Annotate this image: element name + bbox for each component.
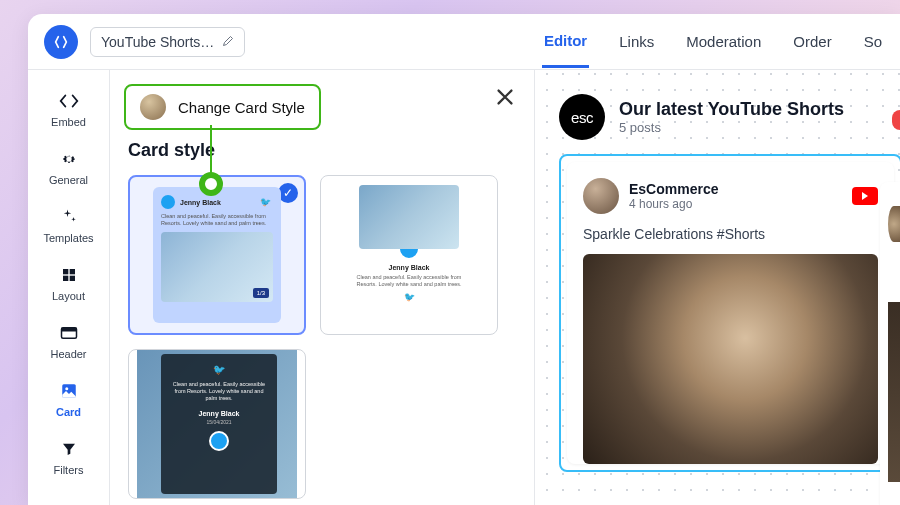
preview-card-next[interactable] — [880, 182, 900, 505]
panel-title: Card style — [128, 140, 516, 161]
preview-card-selected[interactable]: EsCommerce 4 hours ago Sparkle Celebrati… — [559, 154, 900, 472]
mock-date: 15/04/2021 — [206, 419, 231, 425]
tab-editor[interactable]: Editor — [542, 16, 589, 68]
card-timestamp: 4 hours ago — [629, 197, 719, 211]
svg-rect-1 — [69, 269, 74, 274]
mock-text: Clean and peaceful. Easily accessible fr… — [341, 274, 477, 288]
left-sidebar: Embed General Templates Layout Header Ca… — [28, 70, 110, 505]
card-caption: Sparkle Celebrations #Shorts — [583, 226, 878, 242]
header-icon — [58, 322, 80, 344]
image-count-badge: 1/3 — [253, 288, 269, 298]
preview-card: EsCommerce 4 hours ago Sparkle Celebrati… — [567, 162, 894, 464]
card-style-option-3[interactable]: 🐦 Clean and peaceful. Easily accessible … — [128, 349, 306, 499]
main-area: Embed General Templates Layout Header Ca… — [28, 70, 900, 505]
tab-more[interactable]: So — [862, 17, 884, 66]
top-tabs: Editor Links Moderation Order So — [542, 16, 884, 68]
panel-body: Card style ✓ 🐦 Jenny Black Clean and pea… — [110, 70, 534, 499]
sidebar-item-label: General — [49, 174, 88, 186]
tab-links[interactable]: Links — [617, 17, 656, 66]
preview-pane: esc Our latest YouTube Shorts 5 posts Es… — [535, 70, 900, 505]
sidebar-item-label: Layout — [52, 290, 85, 302]
card-media[interactable] — [583, 254, 878, 464]
app-window: YouTube Shorts… Editor Links Moderation … — [28, 14, 900, 505]
sidebar-item-filters[interactable]: Filters — [28, 430, 109, 484]
tab-order[interactable]: Order — [791, 17, 833, 66]
layout-icon — [58, 264, 80, 286]
mock-name: Jenny Black — [389, 264, 430, 271]
youtube-icon — [852, 187, 878, 205]
mock-image — [359, 185, 459, 249]
svg-rect-5 — [61, 328, 76, 332]
preview-title: Our latest YouTube Shorts — [619, 99, 844, 120]
svg-rect-0 — [63, 269, 68, 274]
card-media — [888, 302, 900, 482]
card-username: EsCommerce — [629, 181, 719, 197]
editor-panel: Change Card Style Card style ✓ 🐦 — [110, 70, 535, 505]
sidebar-item-templates[interactable]: Templates — [28, 198, 109, 252]
mock-image: 1/3 — [161, 232, 273, 302]
close-icon[interactable] — [494, 84, 516, 115]
sidebar-item-label: Header — [50, 348, 86, 360]
feed-name-input[interactable]: YouTube Shorts… — [90, 27, 245, 57]
sidebar-item-header[interactable]: Header — [28, 314, 109, 368]
brand-logo: esc — [559, 94, 605, 140]
callout-dot — [199, 172, 223, 196]
app-logo-icon[interactable] — [44, 25, 78, 59]
sidebar-item-label: Filters — [54, 464, 84, 476]
twitter-icon: 🐦 — [260, 197, 271, 207]
mock-overlay: 🐦 Clean and peaceful. Easily accessible … — [161, 354, 277, 494]
card-header: EsCommerce 4 hours ago — [583, 178, 878, 214]
filter-icon — [58, 438, 80, 460]
twitter-icon: 🐦 — [213, 364, 225, 375]
card-style-grid: ✓ 🐦 Jenny Black Clean and peaceful. Easi… — [128, 175, 516, 499]
sidebar-item-general[interactable]: General — [28, 140, 109, 194]
tutorial-callout: Change Card Style — [124, 84, 321, 130]
sidebar-item-label: Templates — [43, 232, 93, 244]
card-style-option-2[interactable]: Jenny Black Clean and peaceful. Easily a… — [320, 175, 498, 335]
avatar — [209, 431, 229, 451]
card-preview: 🐦 Clean and peaceful. Easily accessible … — [137, 349, 297, 499]
feed-name-text: YouTube Shorts… — [101, 34, 214, 50]
sidebar-item-label: Embed — [51, 116, 86, 128]
mock-name: Jenny Black — [199, 410, 240, 417]
pencil-icon[interactable] — [222, 34, 234, 50]
sidebar-item-embed[interactable]: Embed — [28, 82, 109, 136]
check-icon: ✓ — [278, 183, 298, 203]
preview-header: esc Our latest YouTube Shorts 5 posts — [559, 94, 900, 140]
twitter-icon: 🐦 — [404, 292, 415, 302]
card-preview: Jenny Black Clean and peaceful. Easily a… — [341, 185, 477, 325]
callout-text: Change Card Style — [178, 99, 305, 116]
svg-rect-3 — [69, 276, 74, 281]
svg-rect-2 — [63, 276, 68, 281]
sidebar-item-label: Card — [56, 406, 81, 418]
svg-point-7 — [65, 387, 68, 390]
mock-text: Clean and peaceful. Easily accessible fr… — [161, 213, 273, 227]
avatar — [888, 206, 900, 242]
card-preview: 🐦 Jenny Black Clean and peaceful. Easily… — [153, 187, 281, 323]
mock-text: Clean and peaceful. Easily accessible fr… — [171, 381, 267, 402]
sidebar-item-layout[interactable]: Layout — [28, 256, 109, 310]
preview-subtitle: 5 posts — [619, 120, 844, 135]
image-icon — [58, 380, 80, 402]
tab-moderation[interactable]: Moderation — [684, 17, 763, 66]
card-style-option-1[interactable]: ✓ 🐦 Jenny Black Clean and peaceful. Easi… — [128, 175, 306, 335]
code-icon — [58, 90, 80, 112]
avatar — [161, 195, 175, 209]
avatar — [140, 94, 166, 120]
mock-name: Jenny Black — [180, 199, 221, 206]
avatar — [583, 178, 619, 214]
sidebar-item-card[interactable]: Card — [28, 372, 109, 426]
topbar: YouTube Shorts… Editor Links Moderation … — [28, 14, 900, 70]
gear-icon — [58, 148, 80, 170]
badge-icon — [892, 110, 900, 130]
sparkle-icon — [58, 206, 80, 228]
